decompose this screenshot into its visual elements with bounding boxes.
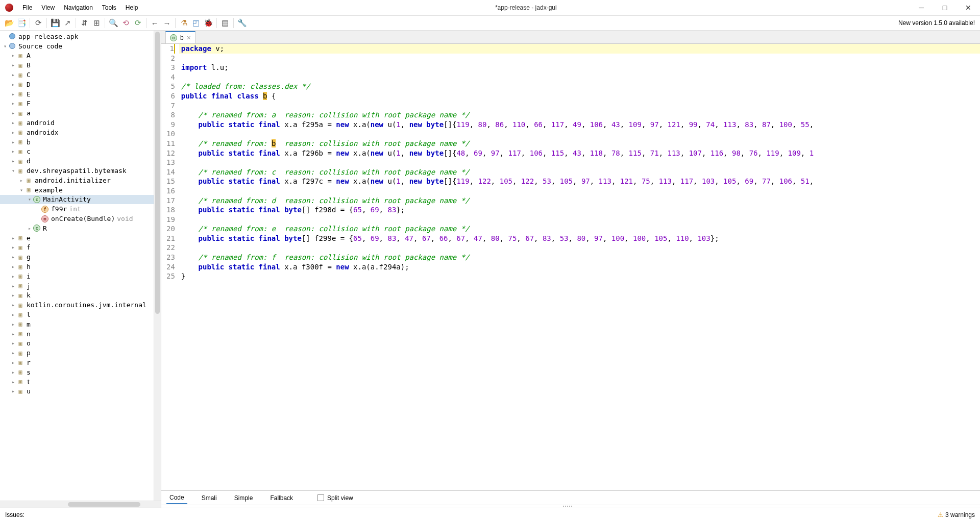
tree-node[interactable]: ▸▣g bbox=[0, 252, 154, 262]
menu-file[interactable]: File bbox=[18, 2, 36, 13]
tree-node[interactable]: ▸▣B bbox=[0, 60, 154, 70]
tree-arrow-icon: ▾ bbox=[10, 168, 16, 173]
tree-label: dev.shreyaspatil.bytemask bbox=[27, 167, 127, 175]
tree-node[interactable]: ▸▣androidx bbox=[0, 128, 154, 137]
nav-back-icon[interactable]: ← bbox=[149, 17, 161, 29]
code-editor[interactable]: 1234567891011121314151617181920212223242… bbox=[161, 44, 980, 490]
tree-node[interactable]: ▸▣F bbox=[0, 99, 154, 109]
search-fwd-icon[interactable]: ⟳ bbox=[132, 17, 144, 29]
deobf-icon[interactable]: ⚗ bbox=[178, 17, 190, 29]
tree-arrow-icon: ▸ bbox=[10, 254, 16, 260]
tree-arrow-icon: ▾ bbox=[27, 196, 33, 202]
tree-node[interactable]: ff99rint bbox=[0, 204, 154, 214]
close-button[interactable]: ✕ bbox=[957, 0, 980, 15]
open-file-icon[interactable]: 📂 bbox=[3, 17, 15, 29]
tree-label: o bbox=[27, 339, 31, 347]
tree-item-icon: ▣ bbox=[16, 311, 24, 319]
tree-item-icon: ▣ bbox=[16, 80, 24, 88]
minimize-button[interactable]: ─ bbox=[910, 0, 933, 15]
tree-node[interactable]: ▸cR bbox=[0, 224, 154, 233]
tree-arrow-icon: ▸ bbox=[10, 292, 16, 298]
tree-label: example bbox=[35, 186, 63, 194]
export-icon[interactable]: ↗ bbox=[61, 17, 74, 29]
tree-node[interactable]: ▸▣D bbox=[0, 80, 154, 89]
tree-arrow-icon: ▸ bbox=[10, 91, 16, 97]
tree-arrow-icon: ▸ bbox=[10, 53, 16, 58]
menu-navigation[interactable]: Navigation bbox=[60, 2, 97, 13]
search-icon[interactable]: 🔍 bbox=[107, 17, 119, 29]
tree-node[interactable]: ▸▣d bbox=[0, 156, 154, 166]
tree-node[interactable]: ▾▣example bbox=[0, 185, 154, 195]
tree-node[interactable]: ▸▣C bbox=[0, 70, 154, 80]
tree-node[interactable]: ▸▣c bbox=[0, 147, 154, 157]
tree-label: l bbox=[27, 311, 31, 318]
menu-view[interactable]: View bbox=[37, 2, 59, 13]
tree-node[interactable]: ▸▣j bbox=[0, 281, 154, 291]
sidebar-vscroll[interactable] bbox=[154, 31, 161, 501]
tree-item-icon: m bbox=[41, 215, 49, 223]
search-back-icon[interactable]: ⟲ bbox=[119, 17, 132, 29]
tree-node[interactable]: ▸▣A bbox=[0, 51, 154, 61]
tree-node[interactable]: ▸▣k bbox=[0, 291, 154, 301]
maximize-button[interactable]: □ bbox=[933, 0, 957, 15]
tree-node[interactable]: ▸▣kotlin.coroutines.jvm.internal bbox=[0, 300, 154, 310]
menu-tools[interactable]: Tools bbox=[98, 2, 120, 13]
tree-arrow-icon: ▸ bbox=[10, 158, 16, 164]
tree-label: kotlin.coroutines.jvm.internal bbox=[27, 301, 146, 309]
tree-node[interactable]: monCreate(Bundle)void bbox=[0, 214, 154, 224]
tree-node[interactable]: ▸▣n bbox=[0, 329, 154, 339]
tab-b[interactable]: c b × bbox=[165, 31, 195, 43]
tree-node[interactable]: ▸▣i bbox=[0, 271, 154, 281]
flatten-icon[interactable]: ⊞ bbox=[90, 17, 103, 29]
tree-node[interactable]: ▸▣E bbox=[0, 89, 154, 99]
tree-node[interactable]: ▸▣m bbox=[0, 319, 154, 329]
tree-node[interactable]: ▸▣a bbox=[0, 108, 154, 118]
tree-arrow-icon: ▸ bbox=[10, 360, 16, 365]
tree-node[interactable]: ▾Source code bbox=[0, 41, 154, 51]
tree-node[interactable]: ▸▣android bbox=[0, 118, 154, 128]
viewtab-code[interactable]: Code bbox=[166, 492, 187, 504]
tree-label: MainActivity bbox=[43, 195, 91, 203]
tree-node[interactable]: ▸▣t bbox=[0, 377, 154, 387]
tree-node[interactable]: ▸▣s bbox=[0, 367, 154, 377]
reload-icon[interactable]: ⟳ bbox=[32, 17, 44, 29]
add-files-icon[interactable]: 📑 bbox=[15, 17, 28, 29]
tree-item-icon: ▣ bbox=[16, 378, 24, 386]
tree-arrow-icon: ▸ bbox=[10, 388, 16, 394]
viewtab-smali[interactable]: Smali bbox=[199, 492, 220, 504]
viewtab-fallback[interactable]: Fallback bbox=[267, 492, 296, 504]
settings-icon[interactable]: 🔧 bbox=[236, 17, 248, 29]
debug-icon[interactable]: 🐞 bbox=[202, 17, 214, 29]
tree-node[interactable]: ▸▣l bbox=[0, 310, 154, 319]
split-view-check[interactable]: Split view bbox=[317, 494, 353, 502]
tree-node[interactable]: app-release.apk bbox=[0, 32, 154, 41]
tree-label: android bbox=[27, 119, 55, 127]
sidebar-hscroll[interactable] bbox=[0, 501, 161, 508]
tree-node[interactable]: ▸▣b bbox=[0, 137, 154, 147]
tree-arrow-icon: ▸ bbox=[10, 235, 16, 241]
tree-item-icon: ▣ bbox=[16, 128, 24, 136]
tree-node[interactable]: ▸▣e bbox=[0, 233, 154, 243]
log-icon[interactable]: ▤ bbox=[219, 17, 231, 29]
sync-icon[interactable]: ⇵ bbox=[78, 17, 90, 29]
code-lines[interactable]: package v; import l.u; /* loaded from: c… bbox=[179, 44, 980, 281]
tree-node[interactable]: ▸▣o bbox=[0, 339, 154, 349]
tree-node[interactable]: ▸▣u bbox=[0, 386, 154, 396]
quark-icon[interactable]: ◰ bbox=[190, 17, 202, 29]
new-version-banner[interactable]: New version 1.5.0 available! bbox=[898, 19, 977, 27]
menu-help[interactable]: Help bbox=[121, 2, 142, 13]
tab-close-icon[interactable]: × bbox=[187, 34, 191, 42]
tree-node[interactable]: ▸▣r bbox=[0, 358, 154, 367]
tree-node[interactable]: ▸▣p bbox=[0, 348, 154, 358]
tree-node[interactable]: ▾▣dev.shreyaspatil.bytemask bbox=[0, 166, 154, 176]
tree-node[interactable]: ▸▣android.initializer bbox=[0, 176, 154, 185]
warnings-count[interactable]: 3 warnings bbox=[945, 511, 975, 518]
project-tree[interactable]: app-release.apk▾Source code▸▣A▸▣B▸▣C▸▣D▸… bbox=[0, 31, 154, 501]
tree-node[interactable]: ▸▣h bbox=[0, 262, 154, 271]
tree-node[interactable]: ▸▣f bbox=[0, 243, 154, 253]
nav-forward-icon[interactable]: → bbox=[161, 17, 173, 29]
tree-node[interactable]: ▾cMainActivity bbox=[0, 195, 154, 205]
save-icon[interactable]: 💾 bbox=[49, 17, 61, 29]
main-menu: File View Navigation Tools Help bbox=[18, 2, 142, 13]
viewtab-simple[interactable]: Simple bbox=[231, 492, 256, 504]
